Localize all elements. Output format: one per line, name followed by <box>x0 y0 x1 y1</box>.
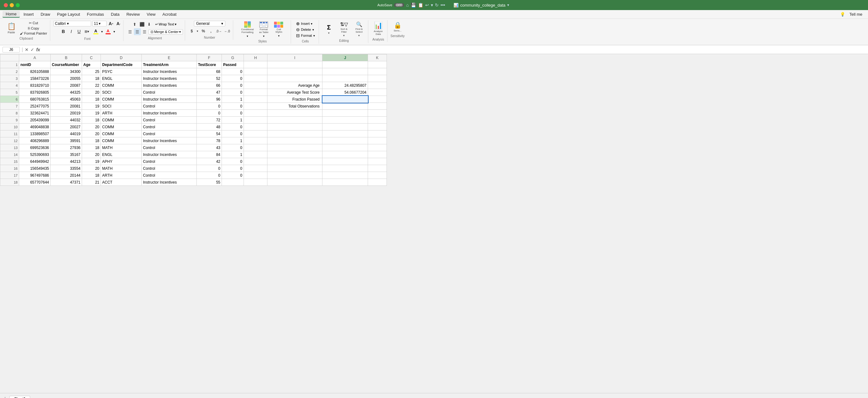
cell-H9[interactable] <box>244 117 268 124</box>
cell-C6[interactable]: 18 <box>82 96 101 103</box>
cell-A2[interactable]: 826105888 <box>19 68 51 75</box>
cell-A12[interactable]: 408296889 <box>19 137 51 144</box>
cell-H5[interactable] <box>244 89 268 96</box>
cell-C8[interactable]: 19 <box>82 110 101 117</box>
format-as-table-button[interactable]: Formatas Table ▾ <box>257 21 271 38</box>
cell-A9[interactable]: 205439099 <box>19 117 51 124</box>
row-num-12[interactable]: 12 <box>0 137 19 144</box>
row-num-11[interactable]: 11 <box>0 130 19 137</box>
cell-E10[interactable]: Control <box>142 124 197 130</box>
cell-F7[interactable]: 0 <box>197 103 222 110</box>
autosum-button[interactable]: Σ ▾ <box>322 23 336 35</box>
cell-E12[interactable]: Instructor Incentives <box>142 137 197 144</box>
bold-button[interactable]: B <box>60 29 67 34</box>
col-header-g[interactable]: G <box>222 54 244 61</box>
increase-decimal-button[interactable]: .0→ <box>215 29 222 33</box>
cell-H8[interactable] <box>244 110 268 117</box>
cell-K17[interactable] <box>368 172 387 179</box>
cell-G9[interactable]: 1 <box>222 117 244 124</box>
add-sheet-button[interactable]: + <box>1 395 9 398</box>
cell-J15[interactable] <box>322 158 368 165</box>
cell-F1[interactable]: TestScore <box>197 61 222 68</box>
cell-F12[interactable]: 78 <box>197 137 222 144</box>
menu-acrobat[interactable]: Acrobat <box>159 11 180 17</box>
sensitivity-button[interactable]: 🔒 Sens... <box>391 21 404 33</box>
cell-J16[interactable] <box>322 165 368 172</box>
cell-I9[interactable] <box>268 117 322 124</box>
cell-G14[interactable]: 1 <box>222 151 244 158</box>
maximize-button[interactable] <box>16 3 20 7</box>
cell-E5[interactable]: Control <box>142 89 197 96</box>
function-icon[interactable]: fx <box>36 47 40 52</box>
align-middle-button[interactable]: ⬛ <box>138 21 146 28</box>
cell-F18[interactable]: 55 <box>197 179 222 186</box>
cell-B11[interactable]: 44019 <box>51 130 82 137</box>
copy-button[interactable]: ⎘ Copy <box>19 26 48 30</box>
cell-J3[interactable] <box>322 75 368 82</box>
cell-K3[interactable] <box>368 75 387 82</box>
cell-H10[interactable] <box>244 124 268 130</box>
row-num-5[interactable]: 5 <box>0 89 19 96</box>
col-header-e[interactable]: E <box>142 54 197 61</box>
cell-G11[interactable]: 0 <box>222 130 244 137</box>
cell-I7[interactable]: Total Observations <box>268 103 322 110</box>
save-icon[interactable]: 💾 <box>411 2 416 7</box>
cell-J18[interactable] <box>322 179 368 186</box>
cut-button[interactable]: ✂ Cut <box>19 21 48 26</box>
cell-D15[interactable]: APHY <box>101 158 142 165</box>
cell-C10[interactable]: 20 <box>82 124 101 130</box>
cell-H17[interactable] <box>244 172 268 179</box>
cell-A16[interactable]: 156549435 <box>19 165 51 172</box>
cell-H1[interactable] <box>244 61 268 68</box>
cell-H4[interactable] <box>244 82 268 89</box>
cell-I12[interactable] <box>268 137 322 144</box>
cell-E11[interactable]: Control <box>142 130 197 137</box>
cell-B14[interactable]: 35167 <box>51 151 82 158</box>
cell-G5[interactable]: 0 <box>222 89 244 96</box>
cell-K5[interactable] <box>368 89 387 96</box>
increase-font-button[interactable]: A+ <box>108 21 114 26</box>
cell-G13[interactable]: 0 <box>222 144 244 151</box>
cell-B12[interactable]: 39591 <box>51 137 82 144</box>
cell-I8[interactable] <box>268 110 322 117</box>
cell-D18[interactable]: ACCT <box>101 179 142 186</box>
align-bottom-button[interactable]: ⬇ <box>146 21 153 28</box>
cell-G2[interactable]: 0 <box>222 68 244 75</box>
align-top-button[interactable]: ⬆ <box>131 21 138 28</box>
cell-D17[interactable]: ARTH <box>101 172 142 179</box>
cell-I2[interactable] <box>268 68 322 75</box>
cell-A10[interactable]: 469048838 <box>19 124 51 130</box>
row-num-4[interactable]: 4 <box>0 82 19 89</box>
dollar-dropdown[interactable]: ▾ <box>196 29 199 33</box>
cell-G17[interactable]: 0 <box>222 172 244 179</box>
cell-J7[interactable] <box>322 103 368 110</box>
conditional-formatting-button[interactable]: ConditionalFormatting ▾ <box>239 21 255 38</box>
formula-input[interactable] <box>42 47 866 53</box>
cell-D6[interactable]: COMM <box>101 96 142 103</box>
menu-home[interactable]: Home <box>2 11 20 18</box>
cell-B8[interactable]: 20019 <box>51 110 82 117</box>
cell-C2[interactable]: 25 <box>82 68 101 75</box>
cell-A8[interactable]: 323624471 <box>19 110 51 117</box>
cell-F8[interactable]: 0 <box>197 110 222 117</box>
cell-D16[interactable]: MATH <box>101 165 142 172</box>
cell-J4[interactable]: 24.48295807 <box>322 82 368 89</box>
cell-F10[interactable]: 48 <box>197 124 222 130</box>
cell-J12[interactable] <box>322 137 368 144</box>
cell-F17[interactable]: 0 <box>197 172 222 179</box>
cell-G12[interactable]: 1 <box>222 137 244 144</box>
comma-button[interactable]: , <box>208 28 214 35</box>
cell-C1[interactable]: Age <box>82 61 101 68</box>
sheet-tab-1[interactable]: Sheet1 <box>9 396 30 398</box>
confirm-icon[interactable]: ✓ <box>30 47 34 52</box>
align-right-button[interactable]: ☰ <box>141 28 148 35</box>
cell-I16[interactable] <box>268 165 322 172</box>
cell-H3[interactable] <box>244 75 268 82</box>
cell-F16[interactable]: 0 <box>197 165 222 172</box>
cell-styles-button[interactable]: CellStyles ▾ <box>272 21 286 38</box>
row-num-10[interactable]: 10 <box>0 124 19 130</box>
cell-F13[interactable]: 43 <box>197 144 222 151</box>
cell-H12[interactable] <box>244 137 268 144</box>
menu-data[interactable]: Data <box>108 11 123 17</box>
cell-C5[interactable]: 20 <box>82 89 101 96</box>
